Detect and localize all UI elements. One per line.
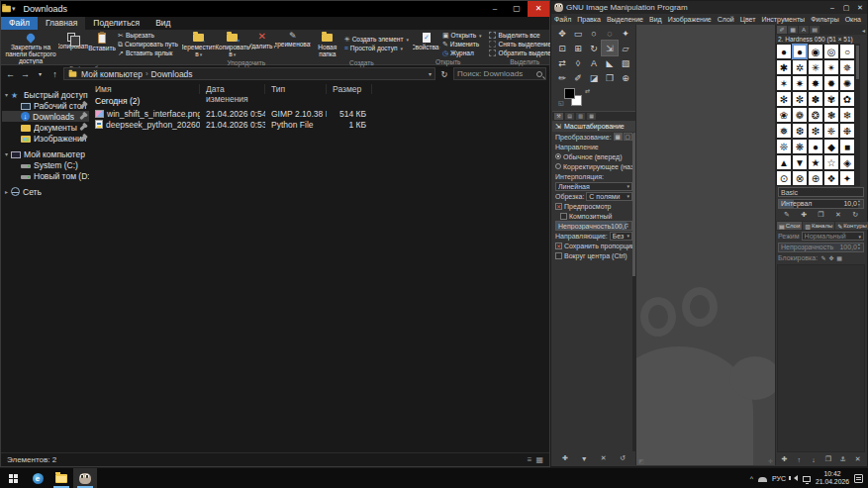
- tree-expander-icon[interactable]: ▾: [2, 91, 11, 98]
- reset-tool-options-button[interactable]: ↺: [617, 454, 629, 462]
- column-header-date[interactable]: Дата изменения: [200, 84, 265, 94]
- brush-thumbnail[interactable]: ❃: [823, 107, 839, 123]
- brushes-scrollbar[interactable]: [855, 44, 860, 186]
- rename-button[interactable]: ✎ Переименовать: [275, 31, 311, 49]
- taskbar-explorer-button[interactable]: [49, 468, 73, 488]
- tree-expander-icon[interactable]: ▸: [2, 188, 11, 195]
- open-button[interactable]: ▣ Открыть ▾: [440, 31, 484, 40]
- start-button[interactable]: [0, 468, 26, 488]
- free-select-tool[interactable]: ◌: [602, 26, 618, 41]
- swap-colors-icon[interactable]: ⇄: [585, 87, 590, 94]
- edit-button[interactable]: ✎ Изменить: [440, 40, 484, 49]
- back-button[interactable]: ←: [4, 69, 17, 79]
- brush-thumbnail[interactable]: ✸: [808, 75, 823, 91]
- layers-list[interactable]: [777, 264, 865, 452]
- dock-tab-2[interactable]: ▥: [576, 113, 585, 120]
- move-tool[interactable]: ✥: [554, 26, 570, 41]
- gimp-close-button[interactable]: ✕: [853, 1, 867, 14]
- hidden-icons-button[interactable]: ^: [750, 475, 753, 482]
- brush-thumbnail[interactable]: ▲: [776, 154, 792, 170]
- minimize-button[interactable]: –: [484, 1, 506, 17]
- sidebar-item-network[interactable]: ▸Сеть: [2, 186, 89, 197]
- layer-mode-select[interactable]: Нормальный ▾: [802, 232, 864, 241]
- brush-thumbnail[interactable]: ❄: [839, 107, 855, 123]
- new-item-button[interactable]: ✳ Создать элемент ▾: [342, 35, 411, 44]
- brush-thumbnail[interactable]: ✺: [839, 75, 855, 91]
- gimp-maximize-button[interactable]: ▢: [839, 1, 853, 14]
- sidebar-item-drive-d[interactable]: Новый том (D:): [2, 170, 89, 181]
- sidebar-item-this-pc[interactable]: ▾Мой компьютер: [2, 148, 89, 159]
- column-header-size[interactable]: Размер: [327, 84, 372, 94]
- brushes-tab[interactable]: ✐: [777, 26, 787, 34]
- rectangle-select-tool[interactable]: ▭: [570, 26, 586, 41]
- new-folder-button[interactable]: Новая папка: [313, 31, 342, 58]
- ribbon-tab-view[interactable]: Вид: [147, 17, 178, 30]
- default-colors-icon[interactable]: ◱: [558, 99, 564, 106]
- brush-thumbnail[interactable]: ⊙: [776, 170, 792, 186]
- delete-tool-options-button[interactable]: ✕: [597, 454, 610, 462]
- brush-thumbnail[interactable]: ●: [792, 44, 808, 59]
- copy-button[interactable]: Копировать: [58, 31, 88, 50]
- raise-layer-button[interactable]: ↑: [793, 456, 806, 463]
- gimp-menu-windows[interactable]: Окна: [842, 16, 864, 23]
- keep-aspect-checkbox[interactable]: ✕ Сохранить пропорции (Shift): [552, 241, 635, 250]
- brush-thumbnail[interactable]: ✾: [823, 91, 839, 107]
- cut-button[interactable]: ✂ Вырезать: [116, 31, 180, 40]
- patterns-tab[interactable]: ▦: [788, 26, 798, 34]
- delete-brush-button[interactable]: ✕: [831, 211, 844, 219]
- gimp-menu-colors[interactable]: Цвет: [737, 16, 759, 23]
- clipping-select[interactable]: С полями ▾: [586, 192, 632, 201]
- shear-tool[interactable]: ▱: [618, 41, 633, 55]
- spinner-buttons[interactable]: ▴▾: [858, 244, 863, 251]
- quick-mask-toggle-icon[interactable]: ◩: [638, 457, 644, 464]
- brush-thumbnail[interactable]: ❀: [776, 107, 792, 123]
- gradient-tool[interactable]: ▧: [618, 55, 633, 70]
- brush-thumbnail[interactable]: ✷: [792, 75, 808, 91]
- brush-thumbnail[interactable]: ❅: [776, 123, 792, 139]
- brush-thumbnail[interactable]: ❆: [792, 123, 808, 139]
- paintbrush-tool[interactable]: ✐: [570, 70, 586, 85]
- delete-layer-button[interactable]: ✕: [851, 455, 864, 463]
- sidebar-item-desktop[interactable]: Рабочий стол: [2, 100, 89, 111]
- brush-thumbnail[interactable]: ✱: [776, 59, 792, 75]
- gimp-menu-edit[interactable]: Правка: [574, 16, 604, 23]
- composited-checkbox[interactable]: Композитный: [552, 211, 635, 221]
- close-button[interactable]: ✕: [528, 1, 549, 17]
- brush-thumbnail[interactable]: ⊗: [792, 170, 808, 186]
- quick-access-toolbar-caret-icon[interactable]: ▾: [12, 5, 16, 13]
- explorer-titlebar[interactable]: ▾ Downloads – ▢ ✕: [1, 1, 549, 17]
- breadcrumb-downloads[interactable]: Downloads: [151, 69, 193, 79]
- new-brush-button[interactable]: ✚: [798, 211, 811, 219]
- rotate-tool[interactable]: ↻: [586, 41, 602, 55]
- brush-thumbnail[interactable]: ✴: [823, 59, 839, 75]
- brush-thumbnail[interactable]: ✦: [839, 170, 855, 186]
- direction-corrective-radio[interactable]: Корректирующее (назад): [552, 161, 635, 171]
- layers-tab[interactable]: ▤Слои: [777, 222, 802, 230]
- tree-expander-icon[interactable]: ▾: [2, 150, 11, 157]
- ribbon-tab-home[interactable]: Главная: [38, 17, 85, 30]
- lock-alpha-icon[interactable]: ▦: [835, 254, 843, 261]
- delete-button[interactable]: ✕ Удалить▾: [249, 31, 275, 49]
- lock-pixels-icon[interactable]: ✎: [820, 254, 827, 261]
- lower-layer-button[interactable]: ↓: [808, 456, 820, 463]
- gimp-menu-help[interactable]: Справка: [864, 16, 867, 23]
- anchor-layer-button[interactable]: ⚓: [836, 455, 849, 463]
- brush-thumbnail[interactable]: ☆: [823, 154, 839, 170]
- clone-tool[interactable]: ❐: [602, 70, 618, 85]
- fuzzy-select-tool[interactable]: ✦: [618, 26, 633, 41]
- maximize-button[interactable]: ▢: [506, 1, 528, 17]
- brush-spacing-slider[interactable]: Интервал 10,0 ▴▾: [778, 199, 864, 209]
- brush-thumbnail[interactable]: ❖: [823, 170, 839, 186]
- text-tool[interactable]: A: [586, 55, 602, 70]
- network-icon[interactable]: [803, 476, 811, 482]
- file-row[interactable]: win_shift_s_interface.png21.04.2026 0:54…: [89, 108, 548, 119]
- taskbar-clock[interactable]: 10:42 21.04.2026: [816, 470, 849, 486]
- edit-brush-button[interactable]: ✎: [780, 211, 793, 219]
- gimp-canvas[interactable]: ◩ ✛: [636, 25, 775, 465]
- brush-thumbnail[interactable]: ❁: [792, 107, 808, 123]
- foreground-color-swatch[interactable]: [564, 88, 575, 99]
- brush-thumbnail[interactable]: ■: [839, 139, 855, 154]
- scale-tool[interactable]: ⇲: [602, 41, 618, 55]
- taskbar-edge-button[interactable]: e: [26, 468, 49, 488]
- breadcrumb[interactable]: Мой компьютер › Downloads ▾: [63, 67, 435, 80]
